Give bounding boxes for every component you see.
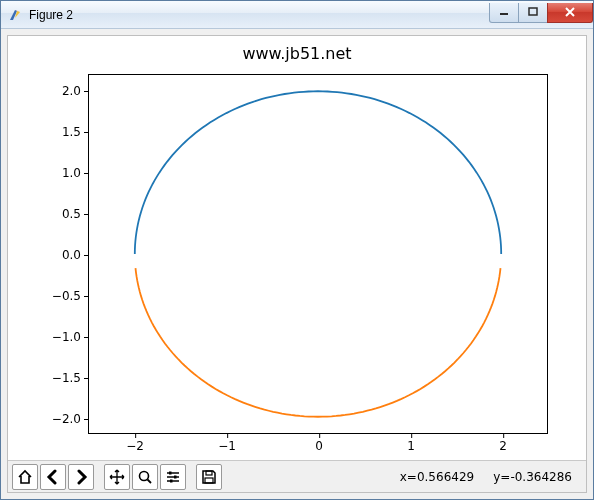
cursor-coordinates: x=0.566429 y=-0.364286 — [400, 470, 582, 484]
x-tick-label: 1 — [407, 433, 415, 453]
save-button[interactable] — [196, 464, 222, 490]
x-tick-label: 2 — [499, 433, 507, 453]
home-button[interactable] — [12, 464, 38, 490]
configure-subplots-button[interactable] — [160, 464, 186, 490]
x-tick-label: −1 — [218, 433, 236, 453]
svg-rect-8 — [174, 475, 177, 478]
y-tick-label: −1.5 — [29, 371, 89, 385]
y-tick-label: 2.0 — [29, 84, 89, 98]
back-button[interactable] — [40, 464, 66, 490]
y-tick-label: −1.0 — [29, 330, 89, 344]
zoom-button[interactable] — [132, 464, 158, 490]
axes: −2.0−1.5−1.0−0.50.00.51.01.52.0−2−1012 — [88, 74, 548, 434]
svg-rect-9 — [170, 479, 173, 482]
x-tick-label: −2 — [126, 433, 144, 453]
window-controls — [490, 3, 593, 23]
nav-toolbar: x=0.566429 y=-0.364286 — [8, 460, 586, 492]
maximize-button[interactable] — [518, 3, 548, 23]
y-tick-label: −2.0 — [29, 412, 89, 426]
coord-y-label: y= — [493, 470, 510, 484]
x-tick-label: 0 — [315, 433, 323, 453]
y-tick-label: −0.5 — [29, 289, 89, 303]
svg-rect-7 — [169, 471, 172, 474]
app-window: Figure 2 www.jb51.net −2.0−1.5−1.0−0.50.… — [0, 0, 594, 500]
coord-x-label: x= — [400, 470, 417, 484]
chart-title: www.jb51.net — [8, 44, 586, 63]
y-tick-label: 0.5 — [29, 207, 89, 221]
y-tick-label: 1.5 — [29, 125, 89, 139]
svg-line-3 — [148, 479, 152, 483]
close-button[interactable] — [547, 3, 593, 23]
svg-rect-1 — [529, 8, 537, 15]
titlebar[interactable]: Figure 2 — [1, 1, 593, 29]
y-tick-label: 0.0 — [29, 248, 89, 262]
y-tick-label: 1.0 — [29, 166, 89, 180]
coord-y-value: -0.364286 — [510, 470, 572, 484]
svg-point-2 — [140, 471, 149, 480]
series-lower-arc — [135, 268, 500, 417]
window-title: Figure 2 — [29, 8, 490, 22]
pan-button[interactable] — [104, 464, 130, 490]
series-upper-arc — [135, 91, 501, 254]
figure-canvas[interactable]: www.jb51.net −2.0−1.5−1.0−0.50.00.51.01.… — [7, 35, 587, 493]
tk-feather-icon — [7, 7, 23, 23]
plot-area: www.jb51.net −2.0−1.5−1.0−0.50.00.51.01.… — [8, 36, 586, 460]
forward-button[interactable] — [68, 464, 94, 490]
minimize-button[interactable] — [489, 3, 519, 23]
coord-x-value: 0.566429 — [417, 470, 474, 484]
line-plot — [89, 75, 547, 433]
